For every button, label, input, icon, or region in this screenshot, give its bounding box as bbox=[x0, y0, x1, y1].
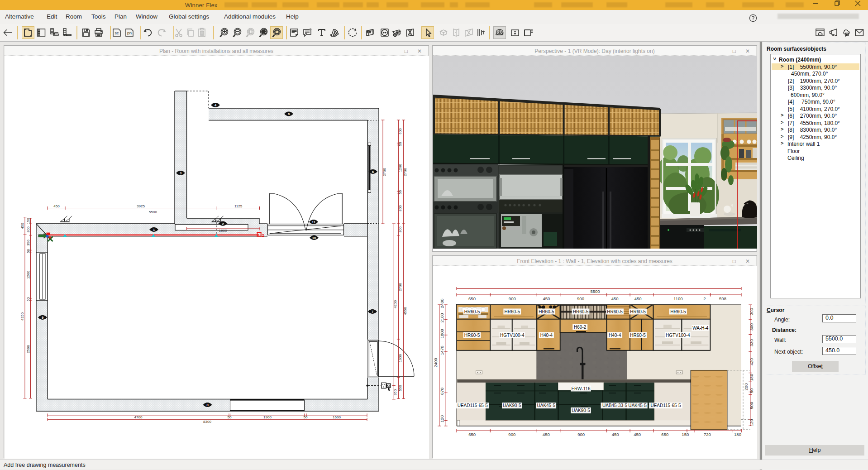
svg-text:50: 50 bbox=[398, 142, 402, 146]
svg-text:150: 150 bbox=[26, 218, 30, 224]
svg-text:5500: 5500 bbox=[149, 210, 157, 214]
svg-text:450: 450 bbox=[543, 296, 550, 301]
svg-text:H60-2: H60-2 bbox=[574, 325, 587, 330]
svg-text:7: 7 bbox=[372, 310, 373, 314]
svg-text:4700: 4700 bbox=[134, 415, 143, 419]
svg-text:1200: 1200 bbox=[26, 271, 30, 279]
svg-text:HR60-5: HR60-5 bbox=[630, 333, 646, 338]
svg-text:10: 10 bbox=[312, 236, 316, 240]
svg-text:2100: 2100 bbox=[439, 313, 444, 322]
svg-text:HR60-5: HR60-5 bbox=[539, 309, 554, 314]
svg-text:HR60-5: HR60-5 bbox=[607, 309, 623, 314]
svg-text:350: 350 bbox=[393, 389, 397, 395]
svg-text:8300: 8300 bbox=[203, 420, 211, 424]
svg-text:450: 450 bbox=[634, 296, 642, 301]
svg-text:650: 650 bbox=[468, 432, 476, 437]
svg-text:1000: 1000 bbox=[398, 354, 402, 362]
svg-text:3925: 3925 bbox=[137, 204, 145, 208]
svg-text:550: 550 bbox=[398, 385, 402, 391]
svg-text:600: 600 bbox=[398, 128, 402, 134]
svg-text:HR60-5: HR60-5 bbox=[630, 309, 646, 314]
svg-text:5500: 5500 bbox=[590, 289, 600, 294]
svg-text:8: 8 bbox=[206, 403, 208, 407]
svg-text:300: 300 bbox=[26, 226, 30, 233]
svg-text:650: 650 bbox=[661, 432, 668, 437]
svg-text:1125: 1125 bbox=[234, 204, 243, 208]
svg-text:UAK90-5: UAK90-5 bbox=[503, 403, 521, 408]
svg-text:UAK45-5: UAK45-5 bbox=[628, 403, 647, 408]
svg-text:450: 450 bbox=[543, 432, 550, 437]
svg-text:598: 598 bbox=[719, 296, 726, 301]
svg-text:HR60-5: HR60-5 bbox=[670, 309, 686, 314]
svg-text:450: 450 bbox=[612, 432, 619, 437]
svg-text:2: 2 bbox=[222, 222, 224, 226]
svg-text:900: 900 bbox=[509, 296, 516, 301]
svg-text:UEAD115-65-5: UEAD115-65-5 bbox=[458, 403, 488, 408]
svg-text:300: 300 bbox=[749, 308, 754, 315]
svg-text:UEAD115-65-5: UEAD115-65-5 bbox=[650, 403, 681, 408]
svg-text:420: 420 bbox=[749, 358, 754, 365]
svg-text:50: 50 bbox=[26, 249, 30, 253]
svg-text:1900: 1900 bbox=[263, 415, 272, 419]
svg-text:HGTV100-4: HGTV100-4 bbox=[666, 333, 690, 338]
svg-text:2700: 2700 bbox=[398, 283, 402, 291]
svg-text:2400: 2400 bbox=[433, 358, 438, 367]
svg-text:2: 2 bbox=[703, 296, 706, 301]
svg-text:HR60-5: HR60-5 bbox=[464, 309, 480, 314]
svg-text:120: 120 bbox=[749, 419, 754, 427]
svg-text:UAB45-33-5: UAB45-33-5 bbox=[602, 403, 627, 408]
svg-text:500: 500 bbox=[749, 402, 754, 409]
svg-text:50: 50 bbox=[304, 415, 308, 419]
svg-text:WA-H-4: WA-H-4 bbox=[692, 326, 709, 331]
svg-text:HR60-5: HR60-5 bbox=[464, 333, 480, 338]
svg-text:4250: 4250 bbox=[20, 312, 24, 321]
svg-text:H40-4: H40-4 bbox=[609, 333, 621, 338]
svg-text:200: 200 bbox=[744, 384, 749, 391]
svg-text:180: 180 bbox=[749, 374, 754, 381]
svg-text:2: 2 bbox=[262, 233, 264, 238]
svg-text:1900: 1900 bbox=[219, 229, 227, 233]
svg-text:HR60-5: HR60-5 bbox=[505, 309, 520, 314]
svg-text:450: 450 bbox=[634, 432, 641, 437]
svg-text:120: 120 bbox=[439, 415, 444, 422]
svg-text:H40-4: H40-4 bbox=[540, 333, 553, 338]
svg-text:HGTV100-4: HGTV100-4 bbox=[500, 333, 525, 338]
svg-text:720: 720 bbox=[704, 432, 711, 437]
svg-text:2400: 2400 bbox=[439, 298, 444, 308]
svg-text:450: 450 bbox=[20, 223, 24, 229]
svg-text:2700: 2700 bbox=[403, 168, 407, 176]
svg-text:5: 5 bbox=[288, 112, 290, 116]
svg-text:UAK45-5: UAK45-5 bbox=[537, 403, 556, 408]
svg-text:ERW-116: ERW-116 bbox=[571, 386, 591, 391]
svg-text:900: 900 bbox=[508, 432, 515, 437]
svg-text:2700: 2700 bbox=[382, 168, 386, 176]
svg-text:300: 300 bbox=[749, 323, 754, 331]
svg-text:390: 390 bbox=[26, 240, 30, 246]
svg-text:pn: pn bbox=[127, 31, 132, 35]
svg-text:sc: sc bbox=[115, 31, 119, 35]
svg-text:1100: 1100 bbox=[673, 296, 682, 301]
svg-text:1: 1 bbox=[153, 228, 155, 232]
svg-text:9: 9 bbox=[42, 316, 43, 320]
svg-text:4200: 4200 bbox=[393, 300, 397, 308]
svg-text:650: 650 bbox=[468, 296, 476, 301]
svg-text:50: 50 bbox=[228, 415, 232, 419]
svg-text:2560: 2560 bbox=[26, 345, 30, 353]
svg-text:11: 11 bbox=[312, 220, 315, 224]
svg-text:670: 670 bbox=[439, 388, 444, 395]
svg-text:450: 450 bbox=[611, 296, 619, 301]
svg-text:50: 50 bbox=[26, 297, 30, 301]
svg-text:1200: 1200 bbox=[398, 164, 402, 172]
svg-text:HR60-5: HR60-5 bbox=[573, 309, 589, 314]
svg-text:800: 800 bbox=[398, 205, 402, 211]
svg-text:6: 6 bbox=[372, 170, 374, 174]
svg-text:3: 3 bbox=[180, 171, 181, 175]
svg-text:150: 150 bbox=[682, 432, 689, 437]
svg-text:900: 900 bbox=[577, 432, 585, 437]
svg-text:450: 450 bbox=[53, 204, 60, 208]
svg-text:50: 50 bbox=[749, 388, 754, 393]
svg-text:UAK90-5: UAK90-5 bbox=[572, 408, 590, 413]
svg-text:1800: 1800 bbox=[439, 329, 444, 338]
svg-text:4550: 4550 bbox=[403, 307, 407, 315]
svg-text:900: 900 bbox=[577, 296, 584, 301]
